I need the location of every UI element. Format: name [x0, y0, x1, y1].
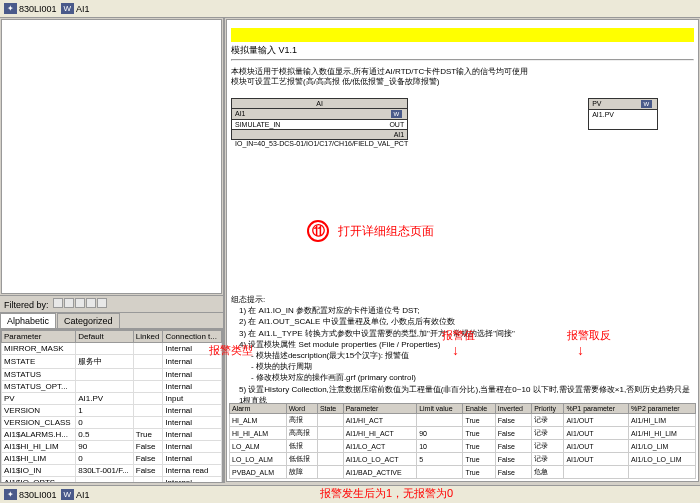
col-default[interactable]: Default — [76, 331, 134, 343]
filter-label: Filtered by: — [4, 300, 49, 310]
block-row: AI AI1W SIMULATE_INOUT AI1 IO_IN=40_53-D… — [231, 98, 694, 147]
table-row[interactable]: VERSION1Internal — [2, 405, 222, 417]
bottom-code: 830LI001 — [19, 490, 57, 500]
toolbar-code: 830LI001 — [19, 4, 57, 14]
bottom-badge: ✦ — [4, 489, 17, 500]
table-row[interactable]: PVAI1.PVInput — [2, 393, 222, 405]
arrow-icon: ↓ — [577, 342, 584, 358]
pv-block[interactable]: PVW AI1.PV — [588, 98, 658, 130]
label-bottom: 报警发生后为1，无报警为0 — [320, 486, 453, 501]
table-row[interactable]: AI1$HI_LIM0FalseInternal — [2, 453, 222, 465]
yellow-bar — [231, 28, 694, 42]
left-panel: Filtered by: Alphabetic Categorized Para… — [0, 18, 225, 483]
label-alarm-val: 报警值 — [442, 328, 475, 343]
ai-block[interactable]: AI AI1W SIMULATE_INOUT AI1 — [231, 98, 408, 140]
doc-desc: 本模块适用于模拟量输入数值显示,所有通过AI/RTD/TC卡件DST输入的信号均… — [231, 67, 694, 88]
property-grid[interactable]: Parameter Default Linked Connection t...… — [0, 329, 223, 483]
table-row[interactable]: HI_HI_ALM高高报AI1/HI_HI_ACT90TrueFalse记录AI… — [230, 427, 696, 440]
table-row[interactable]: PVBAD_ALM故障AI1/BAD_ACTIVETrueFalse危急 — [230, 466, 696, 479]
alarm-table-wrap: AlarmWordState ParameterLimit valueEnabl… — [229, 399, 696, 479]
top-toolbar: ✦ 830LI001 W AI1 — [0, 0, 700, 18]
filter-icons[interactable] — [53, 298, 107, 308]
label-alarm-type: 报警类型 — [209, 343, 253, 358]
tab-categorized[interactable]: Categorized — [57, 313, 120, 328]
toolbar-badge: ✦ — [4, 3, 17, 14]
table-row[interactable]: MSTATE服务中Internal — [2, 355, 222, 369]
table-row[interactable]: MSTATUS_OPT...Internal — [2, 381, 222, 393]
circle-number: ⑪ — [307, 220, 329, 242]
tab-alphabetic[interactable]: Alphabetic — [0, 313, 56, 328]
toolbar-tag: W — [61, 3, 75, 14]
bottom-name: AI1 — [76, 490, 90, 500]
col-linked[interactable]: Linked — [133, 331, 163, 343]
arrow-icon: ↓ — [452, 342, 459, 358]
col-param[interactable]: Parameter — [2, 331, 76, 343]
hints-block: 组态提示: 1) 在 AI1.IO_IN 参数配置对应的卡件通道位号 DST; … — [231, 294, 694, 406]
io-line: IO_IN=40_53-DCS-01/IO1/C17/CH16/FIELD_VA… — [235, 140, 408, 147]
table-row[interactable]: MSTATUSInternal — [2, 369, 222, 381]
table-row[interactable]: AI1$ALARMS.H...0.5TrueInternal — [2, 429, 222, 441]
table-row[interactable]: AI1$HI_HI_LIM90FalseInternal — [2, 441, 222, 453]
table-row[interactable]: LO_ALM低报AI1/LO_ACT10TrueFalse记录AI1/OUTAI… — [230, 440, 696, 453]
toolbar-name: AI1 — [76, 4, 90, 14]
filter-bar: Filtered by: — [0, 295, 223, 313]
table-row[interactable]: AI1$IO_IN830LT-001/F...FalseInterna read — [2, 465, 222, 477]
label-alarm-inv: 报警取反 — [567, 328, 611, 343]
doc-title: 模拟量输入 V1.1 — [231, 44, 694, 57]
col-conn[interactable]: Connection t... — [163, 331, 222, 343]
table-row[interactable]: LO_LO_ALM低低报AI1/LO_LO_ACT5TrueFalse记录AI1… — [230, 453, 696, 466]
alarm-table[interactable]: AlarmWordState ParameterLimit valueEnabl… — [229, 403, 696, 479]
table-row[interactable]: HI_ALM高报AI1/HI_ACTTrueFalse记录AI1/OUTAI1/… — [230, 414, 696, 427]
circle-annotation: ⑪ 打开详细组态页面 — [307, 220, 434, 242]
bottom-tag: W — [61, 489, 75, 500]
document-panel[interactable]: 模拟量输入 V1.1 本模块适用于模拟量输入数值显示,所有通过AI/RTD/TC… — [226, 19, 699, 482]
table-row[interactable]: VERSION_CLASS0Internal — [2, 417, 222, 429]
table-row[interactable]: MIRROR_MASKInternal — [2, 343, 222, 355]
bottom-bar: ✦ 830LI001 W AI1 报警发生后为1，无报警为0 — [0, 485, 700, 503]
tree-area[interactable] — [1, 19, 222, 294]
prop-tabs: Alphabetic Categorized — [0, 313, 223, 329]
table-row[interactable]: AI1$IO_OPTSInternal — [2, 477, 222, 484]
circle-text: 打开详细组态页面 — [338, 224, 434, 238]
